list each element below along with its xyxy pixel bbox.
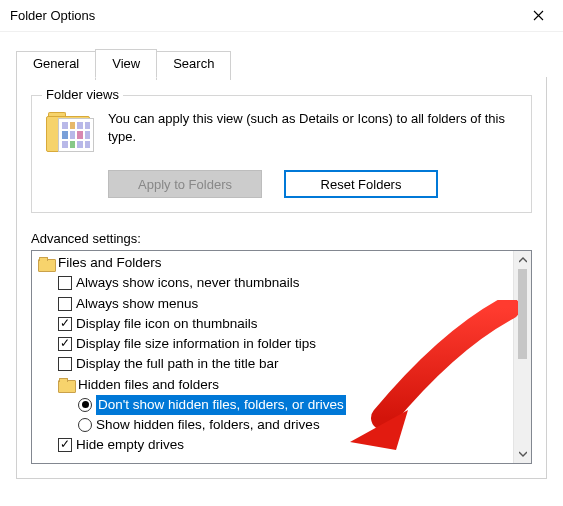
scroll-thumb[interactable] bbox=[518, 269, 527, 359]
scrollbar[interactable] bbox=[513, 251, 531, 463]
option-hide-empty-drives[interactable]: Hide empty drives bbox=[34, 435, 511, 455]
tab-general[interactable]: General bbox=[16, 51, 96, 80]
checkbox-icon bbox=[58, 276, 72, 290]
tree-group-label: Hidden files and folders bbox=[78, 375, 219, 395]
checkbox-icon bbox=[58, 357, 72, 371]
option-display-full-path[interactable]: Display the full path in the title bar bbox=[34, 354, 511, 374]
radio-icon bbox=[78, 398, 92, 412]
scroll-down-button[interactable] bbox=[514, 445, 531, 463]
scroll-track[interactable] bbox=[514, 269, 531, 445]
chevron-up-icon bbox=[519, 257, 527, 263]
folder-views-description: You can apply this view (such as Details… bbox=[108, 110, 519, 158]
tab-strip: General View Search bbox=[16, 48, 547, 77]
advanced-settings-tree: Files and Folders Always show icons, nev… bbox=[31, 250, 532, 464]
close-button[interactable] bbox=[516, 1, 561, 31]
checkbox-icon bbox=[58, 337, 72, 351]
option-label: Hide empty drives bbox=[76, 435, 184, 455]
apply-to-folders-button: Apply to Folders bbox=[108, 170, 262, 198]
radio-icon bbox=[78, 418, 92, 432]
tree-group-label: Files and Folders bbox=[58, 253, 162, 273]
option-display-file-size[interactable]: Display file size information in folder … bbox=[34, 334, 511, 354]
checkbox-icon bbox=[58, 438, 72, 452]
checkbox-icon bbox=[58, 317, 72, 331]
option-label: Display file icon on thumbnails bbox=[76, 314, 258, 334]
tab-panel-view: Folder views You can apply this view (su… bbox=[16, 77, 547, 479]
scroll-up-button[interactable] bbox=[514, 251, 531, 269]
folder-views-icon bbox=[44, 110, 96, 158]
option-always-show-icons[interactable]: Always show icons, never thumbnails bbox=[34, 273, 511, 293]
reset-folders-button[interactable]: Reset Folders bbox=[284, 170, 438, 198]
radio-show-hidden[interactable]: Show hidden files, folders, and drives bbox=[34, 415, 511, 435]
folder-views-group-label: Folder views bbox=[42, 87, 123, 102]
window-title: Folder Options bbox=[10, 8, 516, 23]
folder-views-group: Folder views You can apply this view (su… bbox=[31, 95, 532, 213]
tab-view[interactable]: View bbox=[95, 49, 157, 78]
chevron-down-icon bbox=[519, 451, 527, 457]
advanced-settings-label: Advanced settings: bbox=[31, 231, 532, 246]
tree-group-hidden-files[interactable]: Hidden files and folders bbox=[34, 375, 511, 395]
option-label: Show hidden files, folders, and drives bbox=[96, 415, 320, 435]
option-label: Display the full path in the title bar bbox=[76, 354, 279, 374]
folder-icon bbox=[58, 378, 74, 391]
option-display-file-icon[interactable]: Display file icon on thumbnails bbox=[34, 314, 511, 334]
option-label: Always show menus bbox=[76, 294, 198, 314]
option-always-show-menus[interactable]: Always show menus bbox=[34, 294, 511, 314]
tree-viewport[interactable]: Files and Folders Always show icons, nev… bbox=[32, 251, 513, 463]
folder-icon bbox=[38, 257, 54, 270]
option-label: Don't show hidden files, folders, or dri… bbox=[96, 395, 346, 415]
tree-group-files-and-folders[interactable]: Files and Folders bbox=[34, 253, 511, 273]
option-label: Display file size information in folder … bbox=[76, 334, 316, 354]
option-label: Always show icons, never thumbnails bbox=[76, 273, 300, 293]
radio-dont-show-hidden[interactable]: Don't show hidden files, folders, or dri… bbox=[34, 395, 511, 415]
title-bar: Folder Options bbox=[0, 0, 563, 32]
tab-search[interactable]: Search bbox=[156, 51, 231, 80]
checkbox-icon bbox=[58, 297, 72, 311]
close-icon bbox=[533, 10, 544, 21]
